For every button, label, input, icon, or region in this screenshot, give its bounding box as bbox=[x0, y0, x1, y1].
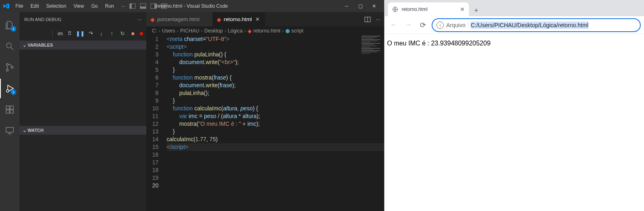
sidebar-more-icon[interactable]: ··· bbox=[138, 17, 141, 22]
bc-seg[interactable]: C: bbox=[152, 28, 157, 34]
tab-label: porcentagem.html bbox=[157, 16, 199, 22]
vscode-logo-icon bbox=[3, 3, 10, 9]
bc-seg[interactable]: PICHAU bbox=[180, 28, 199, 34]
menu-file[interactable]: File bbox=[12, 2, 26, 11]
menu-go[interactable]: Go bbox=[88, 2, 101, 11]
svg-point-14 bbox=[6, 90, 9, 92]
editor-more-icon[interactable]: ··· bbox=[376, 16, 380, 22]
split-editor-icon[interactable] bbox=[364, 16, 371, 23]
site-info-icon[interactable]: i bbox=[436, 22, 444, 29]
menu-more[interactable]: ··· bbox=[118, 2, 128, 11]
line-gutter: 1234567891011121314151617181920 bbox=[146, 35, 167, 211]
addr-url: C:/Users/PICHAU/Desktop/Lógica/retorno.h… bbox=[471, 22, 588, 29]
chevron-down-icon: ⌄ bbox=[21, 43, 28, 48]
addr-protocol: Arquivo bbox=[446, 22, 465, 28]
stop-icon[interactable]: ■ bbox=[129, 30, 137, 37]
section-variables[interactable]: ⌄ VARIABLES bbox=[19, 41, 146, 50]
bc-seg[interactable]: script bbox=[291, 28, 304, 34]
address-bar[interactable]: i Arquivo C:/Users/PICHAU/Desktop/Lógica… bbox=[432, 18, 641, 32]
forward-button[interactable]: → bbox=[402, 19, 414, 31]
window-title: retorno.html - Visual Studio Code bbox=[156, 3, 228, 9]
editor-area: ◆ porcentagem.html ✕ ◆ retorno.html ✕ ··… bbox=[146, 12, 384, 211]
svg-rect-15 bbox=[6, 106, 9, 109]
debug-toolbar-row: im ⠿ ❚❚ ↷ ↓ ↑ ↻ ■ bbox=[19, 26, 146, 41]
explorer-icon[interactable]: 1 bbox=[0, 15, 19, 35]
tab-retorno[interactable]: ◆ retorno.html ✕ bbox=[213, 12, 265, 26]
bc-seg[interactable]: Lógica bbox=[228, 28, 243, 34]
debug-badge: 1 bbox=[11, 89, 16, 95]
html-file-icon: ◆ bbox=[217, 16, 221, 23]
svg-point-11 bbox=[6, 64, 9, 66]
globe-icon bbox=[392, 6, 398, 13]
section-watch-label: WATCH bbox=[28, 128, 44, 133]
panel-left-icon[interactable] bbox=[128, 2, 137, 10]
window-controls: ─ ▢ ✕ bbox=[340, 0, 381, 12]
threads-icon[interactable]: ⠿ bbox=[66, 30, 73, 37]
back-button[interactable]: ← bbox=[388, 19, 399, 31]
sidebar-title-row: RUN AND DEBUG ··· bbox=[19, 12, 146, 26]
new-tab-button[interactable]: + bbox=[471, 5, 482, 16]
html-file-icon: ◆ bbox=[248, 28, 252, 34]
extensions-icon[interactable] bbox=[0, 100, 19, 119]
main-menu: File Edit Selection View Go Run ··· bbox=[12, 2, 128, 11]
svg-rect-1 bbox=[130, 4, 132, 9]
code-content[interactable]: <meta charset="UTF-8"><script> function … bbox=[167, 35, 384, 211]
tab-close-icon[interactable]: ✕ bbox=[254, 16, 261, 22]
editor-tabs: ◆ porcentagem.html ✕ ◆ retorno.html ✕ ··… bbox=[146, 12, 384, 26]
explorer-badge: 1 bbox=[11, 26, 16, 32]
pause-icon[interactable]: ❚❚ bbox=[77, 30, 84, 37]
menu-edit[interactable]: Edit bbox=[27, 2, 42, 11]
browser-tab-title: retorno.html bbox=[402, 6, 428, 12]
search-icon[interactable] bbox=[0, 37, 19, 56]
html-file-icon: ◆ bbox=[150, 16, 155, 23]
page-text: O meu IMC é : 23.93948099205209 bbox=[387, 40, 490, 47]
browser-viewport: O meu IMC é : 23.93948099205209 bbox=[385, 34, 644, 211]
code-editor[interactable]: 1234567891011121314151617181920 <meta ch… bbox=[146, 35, 384, 211]
svg-rect-17 bbox=[10, 110, 13, 113]
run-debug-icon[interactable]: 1 bbox=[0, 79, 19, 98]
sidebar-title: RUN AND DEBUG bbox=[24, 17, 62, 22]
debug-config-label[interactable]: im bbox=[58, 31, 63, 37]
svg-point-13 bbox=[11, 67, 13, 69]
remote-icon[interactable] bbox=[0, 121, 19, 140]
breakpoint-icon[interactable] bbox=[140, 32, 143, 35]
activity-bar: 1 1 bbox=[0, 12, 19, 211]
step-into-icon[interactable]: ↓ bbox=[98, 30, 105, 37]
menu-view[interactable]: View bbox=[70, 2, 87, 11]
tab-close-icon[interactable]: ✕ bbox=[460, 6, 465, 13]
chevron-down-icon: ⌄ bbox=[21, 128, 28, 133]
panel-bottom-icon[interactable] bbox=[139, 2, 147, 10]
reload-button[interactable]: ⟳ bbox=[417, 19, 428, 31]
sidebar: RUN AND DEBUG ··· im ⠿ ❚❚ ↷ ↓ ↑ ↻ ■ bbox=[19, 12, 146, 211]
maximize-button[interactable]: ▢ bbox=[353, 0, 367, 12]
vscode-window: File Edit Selection View Go Run ··· reto… bbox=[0, 0, 384, 211]
menu-run[interactable]: Run bbox=[102, 2, 117, 11]
minimize-button[interactable]: ─ bbox=[340, 0, 353, 12]
restart-icon[interactable]: ↻ bbox=[119, 30, 126, 37]
browser-toolbar: ← → ⟳ i Arquivo C:/Users/PICHAU/Desktop/… bbox=[385, 16, 644, 34]
tab-porcentagem[interactable]: ◆ porcentagem.html ✕ bbox=[146, 12, 213, 26]
section-variables-label: VARIABLES bbox=[28, 43, 53, 47]
close-button[interactable]: ✕ bbox=[367, 0, 381, 12]
bc-seg[interactable]: retorno.html bbox=[253, 28, 280, 34]
source-control-icon[interactable] bbox=[0, 58, 19, 77]
svg-rect-3 bbox=[140, 6, 146, 9]
svg-point-12 bbox=[6, 69, 9, 71]
browser-window: retorno.html ✕ + ← → ⟳ i Arquivo C:/User… bbox=[384, 0, 644, 211]
svg-rect-18 bbox=[10, 106, 13, 109]
tab-label: retorno.html bbox=[224, 16, 252, 22]
breadcrumb[interactable]: C:› Users› PICHAU› Desktop› Lógica› ◆ re… bbox=[146, 26, 384, 35]
browser-tabstrip: retorno.html ✕ + bbox=[385, 0, 644, 16]
svg-rect-19 bbox=[6, 127, 13, 132]
bc-seg[interactable]: Desktop bbox=[204, 28, 223, 34]
svg-point-10 bbox=[6, 43, 11, 48]
svg-rect-16 bbox=[6, 110, 9, 113]
browser-tab[interactable]: retorno.html ✕ bbox=[388, 2, 469, 16]
bc-seg[interactable]: Users bbox=[162, 28, 175, 34]
step-out-icon[interactable]: ↑ bbox=[108, 30, 116, 37]
title-bar: File Edit Selection View Go Run ··· reto… bbox=[0, 0, 384, 12]
step-over-icon[interactable]: ↷ bbox=[87, 30, 94, 37]
section-watch[interactable]: ⌄ WATCH bbox=[19, 126, 146, 135]
script-symbol-icon: ⬢ bbox=[285, 28, 290, 34]
menu-selection[interactable]: Selection bbox=[43, 2, 69, 11]
